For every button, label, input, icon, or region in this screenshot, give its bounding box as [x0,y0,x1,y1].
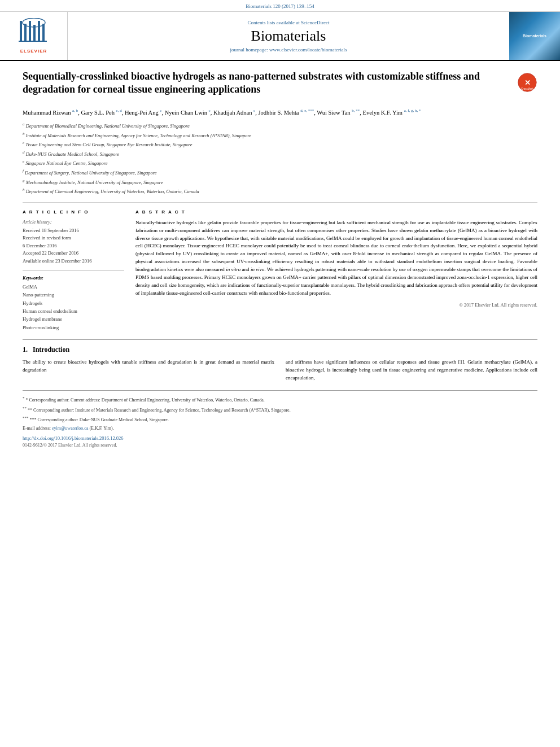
gelatin-text: Gelatin [467,359,483,365]
affil-f: f Department of Surgery, National Univer… [23,168,537,177]
page-wrapper: Biomaterials 120 (2017) 139–154 ELSEVIER [0,0,560,457]
history-accepted: Accepted 22 December 2016 [23,250,124,257]
elsevier-logo-icon [14,18,54,46]
copyright: © 2017 Elsevier Ltd. All rights reserved… [135,302,537,308]
affil-a: a Department of Biomedical Engineering, … [23,121,537,130]
history-revised-label: Received in revised form [23,234,124,242]
affil-c: c Tissue Engineering and Stem Cell Group… [23,140,537,148]
svg-rect-2 [29,21,31,41]
affil-e: e Singapore National Eye Centre, Singapo… [23,159,537,167]
journal-citation: Biomaterials 120 (2017) 139–154 [246,3,314,9]
keyword-gelma: GelMA [23,283,124,291]
header-center: Contents lists available at ScienceDirec… [68,12,509,60]
intro-col-right: and stiffness have significant influence… [286,359,537,382]
footnote-star2: ** ** Corresponding author: Institute of… [23,405,537,414]
email-address[interactable]: eyim@uwaterloo.ca [52,426,88,431]
footnotes-section: * * Corresponding author. Current addres… [23,390,537,451]
article-info-col: A R T I C L E I N F O Article history: R… [23,209,124,332]
authors: Muhammad Rizwan a, b, Gary S.L. Peh c, d… [23,108,537,117]
issn-line: 0142-9612/© 2017 Elsevier Ltd. All right… [23,443,537,448]
divider [23,270,124,270]
journal-bar: Biomaterials 120 (2017) 139–154 [0,0,560,12]
affil-h: h Department of Chemical Engineering, Un… [23,187,537,195]
svg-text:✕: ✕ [524,79,531,87]
svg-rect-0 [20,21,22,41]
intro-text-left: The ability to create bioactive hydrogel… [23,359,274,374]
intro-columns: The ability to create bioactive hydrogel… [23,359,537,382]
svg-text:CrossMark: CrossMark [521,88,534,90]
journal-title: Biomaterials [79,28,498,45]
history-revised-date: 6 December 2016 [23,242,124,250]
title-section: Sequentially-crosslinked bioactive hydro… [23,70,537,102]
keyword-membrane: Hydrogel membrane [23,315,124,323]
intro-col-left: The ability to create bioactive hydrogel… [23,359,274,382]
article-title: Sequentially-crosslinked bioactive hydro… [23,70,517,97]
abstract-heading: A B S T R A C T [135,209,537,215]
keyword-photo: Photo-crosslinking [23,324,124,331]
affil-g: g Mechanobiology Institute, National Uni… [23,178,537,186]
keyword-nano: Nano-patterning [23,291,124,299]
header-left: ELSEVIER [0,12,68,60]
homepage-url[interactable]: www.elsevier.com/locate/biomaterials [269,47,347,53]
footnote-email: E-mail address: eyim@uwaterloo.ca (E.K.F… [23,425,537,432]
section-divider [23,339,537,340]
intro-text-right: and stiffness have significant influence… [286,359,537,382]
svg-rect-5 [42,24,45,41]
header-right: Biomaterials [509,12,560,60]
doi-link[interactable]: http://dx.doi.org/10.1016/j.biomaterials… [23,435,537,441]
history-received: Received 18 September 2016 [23,227,124,235]
affil-b: b Institute of Materials Research and En… [23,131,537,139]
sciencedirect-text: Contents lists available at ScienceDirec… [79,20,498,25]
keyword-corneal: Human corneal endothelium [23,307,124,315]
journal-cover: Biomaterials [509,12,560,60]
abstract-text: Naturally-bioactive hydrogels like gelat… [135,219,537,298]
elsevier-label: ELSEVIER [20,49,47,54]
introduction-title: 1. Introduction [23,346,537,354]
journal-homepage: journal homepage: www.elsevier.com/locat… [79,47,498,53]
affil-d: d Duke-NUS Graduate Medical School, Sing… [23,150,537,158]
svg-rect-4 [38,21,40,41]
article-content: Sequentially-crosslinked bioactive hydro… [0,61,560,457]
footnote-star1: * * Corresponding author. Current addres… [23,395,537,404]
article-info-heading: A R T I C L E I N F O [23,209,124,215]
svg-rect-6 [19,41,47,42]
history-online: Available online 23 December 2016 [23,257,124,265]
email-label: E-mail address: [23,426,51,431]
abstract-col: A B S T R A C T Naturally-bioactive hydr… [135,209,537,332]
article-info-abstract: A R T I C L E I N F O Article history: R… [23,202,537,332]
introduction-section: 1. Introduction The ability to create bi… [23,346,537,382]
history-label: Article history: [23,219,124,225]
footnote-star3: *** *** Corresponding author: Duke-NUS G… [23,415,537,423]
keyword-hydrogels: Hydrogels [23,299,124,307]
header-section: ELSEVIER Contents lists available at Sci… [0,12,560,61]
crossmark-logo-icon: ✕ CrossMark [517,72,537,93]
keywords-heading: Keywords: [23,275,124,281]
affiliations: a Department of Biomedical Engineering, … [23,121,537,195]
